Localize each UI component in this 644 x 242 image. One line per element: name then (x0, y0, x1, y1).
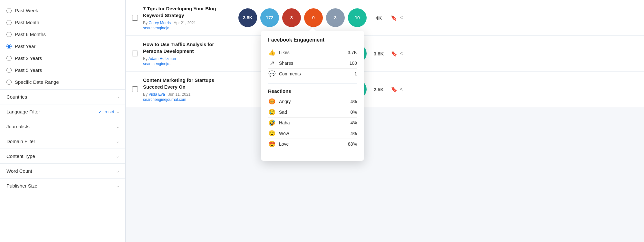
share-icon-3[interactable]: < (400, 86, 403, 92)
article-2-total: 3.8K (370, 51, 388, 56)
filter-journalists[interactable]: Journalists ⌵ (0, 119, 125, 134)
tooltip-arrow (309, 27, 316, 31)
article-2-checkbox[interactable] (132, 51, 138, 56)
filter-language-label: Language Filter (6, 109, 40, 114)
wow-value: 4% (351, 131, 357, 136)
radio-item-past-year[interactable]: Past Year (6, 40, 119, 52)
tooltip-comments-row: 💬 Comments 1 (268, 69, 357, 79)
shares-label: Shares (279, 61, 293, 66)
sad-label: Sad (279, 110, 287, 115)
radio-label-past-2-years: Past 2 Years (15, 55, 42, 61)
article-1-date: Apr 21, 2021 (174, 21, 196, 25)
comments-icon: 💬 (268, 70, 276, 77)
radio-past-6-months[interactable] (6, 32, 12, 37)
reactions-title: Reactions (268, 88, 357, 94)
article-3-checkbox[interactable] (132, 86, 138, 92)
radio-item-past-6-months[interactable]: Past 6 Months (6, 28, 119, 40)
filter-language[interactable]: Language Filter ✓ reset ⌵ (0, 104, 125, 119)
radio-past-2-years[interactable] (6, 56, 12, 61)
article-1-title: 7 Tips for Developing Your Blog Keyword … (143, 5, 233, 19)
tooltip-reactions-section: 😡 Angry 4% 😢 Sad 0% 🤣 Haha (268, 96, 357, 149)
filter-publisher-size-right: ⌵ (117, 184, 119, 188)
main-content: 7 Tips for Developing Your Blog Keyword … (126, 0, 644, 242)
filter-publisher-size-label: Publisher Size (6, 183, 37, 189)
sad-icon: 😢 (268, 109, 276, 116)
article-2-actions: 🔖 < (391, 51, 403, 57)
radio-label-specific-date: Specific Date Range (15, 79, 59, 85)
radio-past-week[interactable] (6, 8, 12, 13)
tooltip-title: Facebook Engagement (268, 37, 357, 43)
article-3-title: Content Marketing for Startups Succeed E… (143, 77, 233, 90)
filter-word-count[interactable]: Word Count ⌵ (0, 163, 125, 178)
radio-specific-date[interactable] (6, 80, 12, 85)
chevron-down-icon-language: ⌵ (117, 110, 119, 114)
article-2-meta: By Adam Heitzman (143, 56, 233, 61)
tooltip-love-left: 😍 Love (268, 140, 289, 148)
filter-content-type[interactable]: Content Type ⌵ (0, 149, 125, 163)
tooltip-shares-left: ↗ Shares (268, 60, 293, 67)
bookmark-icon-2[interactable]: 🔖 (391, 51, 397, 57)
article-1-twitter-value: 10 (355, 15, 360, 20)
comments-label: Comments (279, 71, 301, 76)
share-icon-2[interactable]: < (400, 51, 403, 56)
filter-countries[interactable]: Countries ⌵ (0, 89, 125, 104)
radio-item-past-week[interactable]: Past Week (6, 5, 119, 16)
filter-publisher-size[interactable]: Publisher Size ⌵ (0, 178, 125, 193)
article-2-source[interactable]: searchenginejo... (143, 62, 172, 66)
radio-past-month[interactable] (6, 20, 12, 25)
tooltip-comments-left: 💬 Comments (268, 70, 301, 77)
article-3-date: Jun 11, 2021 (168, 92, 190, 97)
bookmark-icon[interactable]: 🔖 (391, 15, 397, 21)
likes-label: Likes (279, 50, 290, 55)
love-value: 88% (348, 141, 357, 147)
radio-label-past-week: Past Week (15, 8, 38, 13)
tooltip-engagement-section: 👍 Likes 3.7K ↗ Shares 100 💬 Comments (268, 47, 357, 79)
articles-list: 7 Tips for Developing Your Blog Keyword … (126, 0, 644, 107)
article-1-author[interactable]: Corey Morris (149, 21, 171, 25)
shares-icon: ↗ (268, 60, 276, 67)
chevron-down-icon: ⌵ (117, 95, 119, 99)
table-row: 7 Tips for Developing Your Blog Keyword … (126, 0, 644, 36)
radio-past-5-years[interactable] (6, 68, 12, 73)
article-1-links-circle: 172 (260, 8, 279, 27)
tooltip-likes-left: 👍 Likes (268, 49, 290, 56)
wow-label: Wow (279, 131, 289, 136)
article-1-pinterest-value: 0 (312, 15, 315, 20)
sidebar: Past Week Past Month Past 6 Months Past … (0, 0, 126, 242)
article-3-info: Content Marketing for Startups Succeed E… (143, 77, 233, 102)
radio-item-past-5-years[interactable]: Past 5 Years (6, 64, 119, 76)
radio-item-past-2-years[interactable]: Past 2 Years (6, 52, 119, 64)
article-1-engagements-circle[interactable]: 3.8K (238, 8, 257, 27)
haha-value: 4% (351, 120, 357, 125)
filter-word-count-right: ⌵ (117, 169, 119, 173)
article-2-author[interactable]: Adam Heitzman (149, 56, 176, 61)
article-3-total: 2.5K (370, 87, 388, 92)
tooltip-divider (268, 83, 357, 84)
chevron-down-icon-content: ⌵ (117, 154, 119, 159)
radio-item-past-month[interactable]: Past Month (6, 16, 119, 28)
table-row: How to Use Traffic Analysis for Persona … (126, 36, 644, 72)
tooltip-shares-row: ↗ Shares 100 (268, 58, 357, 69)
check-icon: ✓ (98, 109, 102, 114)
article-3-author[interactable]: Viola Eva (149, 92, 165, 97)
sad-value: 0% (351, 110, 357, 115)
radio-past-year[interactable] (6, 44, 12, 49)
chevron-down-icon-publisher: ⌵ (117, 184, 119, 188)
radio-item-specific-date[interactable]: Specific Date Range (6, 76, 119, 88)
tooltip-wow-left: 😮 Wow (268, 130, 289, 137)
article-3-source[interactable]: searchenginejournal.com (143, 97, 186, 102)
bookmark-icon-3[interactable]: 🔖 (391, 86, 397, 92)
article-1-source[interactable]: searchenginejo... (143, 26, 172, 30)
love-label: Love (279, 141, 289, 147)
filter-domain[interactable]: Domain Filter ⌵ (0, 134, 125, 149)
share-icon[interactable]: < (400, 15, 403, 21)
tooltip-wow-row: 😮 Wow 4% (268, 128, 357, 139)
radio-label-past-year: Past Year (15, 44, 35, 49)
language-reset-link[interactable]: reset (105, 109, 114, 114)
article-1-checkbox[interactable] (132, 15, 138, 21)
haha-icon: 🤣 (268, 119, 276, 126)
filter-countries-label: Countries (6, 94, 27, 100)
article-1-total: 4K (370, 15, 388, 21)
page-container: Past Week Past Month Past 6 Months Past … (0, 0, 644, 242)
tooltip-sad-left: 😢 Sad (268, 109, 287, 116)
